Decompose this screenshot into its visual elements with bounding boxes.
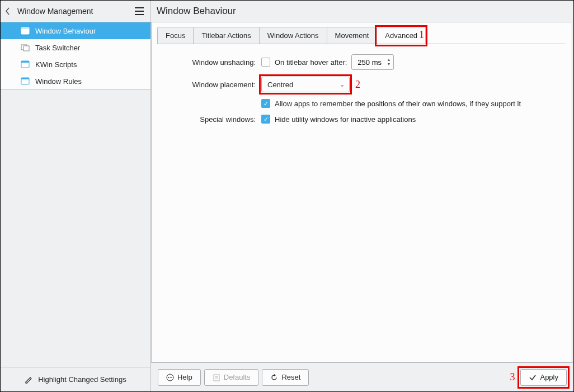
help-label: Help	[177, 373, 192, 381]
sidebar-title[interactable]: Window Management	[15, 7, 133, 16]
sidebar-item-label: Task Switcher	[35, 44, 80, 52]
kwin-scripts-icon	[21, 60, 30, 69]
checkbox-allow-remember[interactable]: ✓	[261, 99, 270, 108]
apply-label: Apply	[540, 373, 558, 381]
chevron-down-icon: ⌄	[340, 81, 345, 88]
spinbox-hover-delay[interactable]: ▴▾	[351, 54, 394, 70]
content-panel: Window Behaviour Focus Titlebar Actions …	[151, 1, 573, 391]
svg-rect-7	[21, 78, 29, 79]
label-unshading: Window unshading:	[163, 58, 261, 67]
help-icon	[166, 374, 174, 381]
check-icon	[529, 374, 537, 381]
tab-advanced[interactable]: Advanced	[377, 27, 426, 44]
sidebar-item-label: KWin Scripts	[35, 60, 77, 69]
spin-arrows-icon[interactable]: ▴▾	[388, 58, 390, 67]
row-special: Special windows: ✓ Hide utility windows …	[163, 115, 560, 124]
svg-point-10	[168, 377, 170, 378]
content-header: Window Behaviour	[151, 1, 573, 22]
highlight-changed-button[interactable]: Highlight Changed Settings	[25, 375, 126, 384]
sidebar-item-window-rules[interactable]: Window Rules	[1, 73, 150, 89]
svg-rect-3	[23, 46, 29, 51]
tab-focus[interactable]: Focus	[157, 27, 194, 44]
row-unshading: Window unshading: On titlebar hover afte…	[163, 54, 560, 70]
sidebar: Window Management Window Behaviour Task …	[1, 1, 151, 391]
svg-rect-1	[21, 27, 29, 29]
label-special: Special windows:	[163, 115, 261, 124]
annotation-number-2: 2	[355, 79, 360, 91]
sidebar-item-label: Window Rules	[35, 77, 82, 86]
label-allow-remember: Allow apps to remember the positions of …	[275, 100, 521, 108]
sidebar-footer: Highlight Changed Settings	[1, 367, 150, 391]
sidebar-item-window-behaviour[interactable]: Window Behaviour	[1, 22, 150, 39]
row-placement: Window placement: Centred ⌄ 2	[163, 77, 560, 92]
label-on-titlebar-hover: On titlebar hover after:	[275, 58, 347, 67]
defaults-icon	[213, 374, 220, 381]
sidebar-list: Window Behaviour Task Switcher KWin Scri…	[1, 22, 150, 90]
combobox-placement[interactable]: Centred ⌄	[261, 77, 350, 92]
checkbox-hide-utility[interactable]: ✓	[261, 115, 270, 124]
highlight-label: Highlight Changed Settings	[38, 375, 126, 384]
tab-titlebar-actions[interactable]: Titlebar Actions	[193, 27, 259, 44]
label-hide-utility: Hide utility windows for inactive applic…	[275, 115, 416, 124]
window-behaviour-icon	[21, 26, 30, 35]
defaults-label: Defaults	[224, 373, 251, 381]
label-placement: Window placement:	[163, 81, 261, 89]
combobox-value: Centred	[267, 81, 293, 89]
tab-bar: Focus Titlebar Actions Window Actions Mo…	[152, 22, 571, 44]
reset-icon	[270, 374, 278, 381]
form-area: Window unshading: On titlebar hover afte…	[152, 44, 571, 140]
sidebar-item-label: Window Behaviour	[35, 27, 96, 35]
hover-delay-input[interactable]	[357, 58, 385, 67]
hamburger-menu-icon[interactable]	[133, 4, 146, 18]
apply-button[interactable]: Apply	[520, 369, 567, 386]
svg-rect-5	[21, 61, 29, 63]
row-allow-remember: ✓ Allow apps to remember the positions o…	[163, 99, 560, 108]
reset-button[interactable]: Reset	[262, 369, 309, 386]
annotation-number-3: 3	[510, 371, 515, 383]
help-button[interactable]: Help	[158, 369, 201, 386]
page-title: Window Behaviour	[157, 6, 236, 17]
window-rules-icon	[21, 77, 30, 86]
back-icon[interactable]	[5, 7, 15, 15]
tab-movement[interactable]: Movement	[327, 27, 378, 44]
defaults-button[interactable]: Defaults	[204, 369, 259, 386]
sidebar-header: Window Management	[1, 1, 150, 22]
footer: Help Defaults Reset 3 Apply	[151, 362, 573, 391]
tab-label: Advanced	[385, 31, 417, 40]
task-switcher-icon	[21, 43, 30, 52]
reset-label: Reset	[281, 373, 300, 381]
annotation-number-1: 1	[419, 29, 424, 41]
highlight-icon	[25, 375, 34, 384]
sidebar-item-task-switcher[interactable]: Task Switcher	[1, 39, 150, 56]
sidebar-item-kwin-scripts[interactable]: KWin Scripts	[1, 56, 150, 73]
checkbox-on-titlebar-hover[interactable]	[261, 58, 270, 67]
tab-window-actions[interactable]: Window Actions	[259, 27, 327, 44]
content-body: Focus Titlebar Actions Window Actions Mo…	[151, 22, 571, 362]
